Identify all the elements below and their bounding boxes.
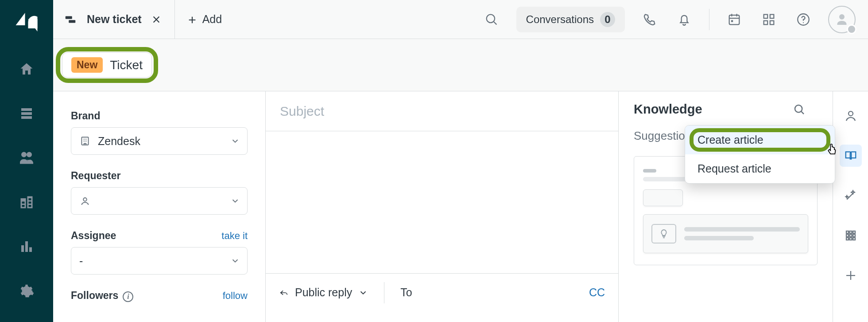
svg-point-4 bbox=[486, 14, 494, 22]
svg-rect-22 bbox=[853, 235, 855, 237]
plus-icon bbox=[187, 15, 197, 24]
reply-toolbar: Public reply To CC bbox=[266, 273, 618, 311]
nav-organizations[interactable] bbox=[17, 192, 36, 212]
ticket-tab-icon bbox=[64, 13, 77, 26]
assignee-label: Assignee bbox=[71, 230, 116, 242]
menu-create-article[interactable]: Create article bbox=[685, 126, 835, 154]
reply-icon bbox=[279, 288, 289, 298]
svg-point-16 bbox=[849, 111, 853, 116]
nav-customers[interactable] bbox=[17, 148, 36, 168]
svg-rect-10 bbox=[770, 20, 774, 24]
svg-marker-0 bbox=[16, 13, 25, 25]
svg-rect-24 bbox=[849, 238, 852, 240]
requester-select[interactable] bbox=[71, 187, 248, 215]
user-icon bbox=[79, 195, 91, 207]
reply-type-label: Public reply bbox=[295, 286, 352, 299]
brand-label: Brand bbox=[71, 110, 100, 122]
add-tab-button[interactable]: Add bbox=[175, 13, 234, 26]
tab-new-ticket[interactable]: New ticket bbox=[53, 0, 175, 39]
bell-icon[interactable] bbox=[674, 10, 694, 29]
svg-rect-6 bbox=[731, 20, 733, 22]
assignee-value: - bbox=[79, 255, 83, 267]
lightbulb-icon bbox=[651, 224, 676, 243]
calendar-icon[interactable] bbox=[725, 10, 744, 29]
ticket-type-label: Ticket bbox=[110, 58, 143, 72]
ticket-status-bar: New Ticket bbox=[53, 39, 868, 91]
nav-rail bbox=[0, 0, 53, 322]
svg-rect-21 bbox=[849, 235, 852, 237]
ticket-status-capsule[interactable]: New Ticket bbox=[62, 52, 152, 78]
svg-rect-9 bbox=[764, 20, 768, 24]
profile-avatar[interactable] bbox=[828, 6, 856, 33]
nav-home[interactable] bbox=[17, 59, 36, 79]
knowledge-create-menu: Create article Request article bbox=[685, 125, 835, 184]
header-actions: Conversations 0 bbox=[482, 0, 868, 39]
conversations-label: Conversations bbox=[526, 13, 594, 26]
apps-icon[interactable] bbox=[759, 10, 779, 29]
subject-input[interactable] bbox=[279, 103, 605, 119]
help-icon[interactable] bbox=[794, 10, 813, 29]
chevron-down-icon bbox=[230, 136, 240, 146]
ticket-composer: Public reply To CC bbox=[266, 91, 618, 322]
followers-label: Followersi bbox=[71, 290, 133, 302]
conversations-button[interactable]: Conversations 0 bbox=[516, 7, 625, 32]
rail-apps[interactable] bbox=[840, 224, 862, 247]
tab-title: New ticket bbox=[87, 13, 142, 26]
svg-rect-8 bbox=[770, 14, 774, 18]
svg-rect-20 bbox=[846, 235, 849, 237]
status-badge: New bbox=[71, 57, 103, 73]
reply-type-select[interactable]: Public reply bbox=[279, 286, 368, 299]
context-rail bbox=[833, 91, 868, 322]
svg-rect-5 bbox=[729, 15, 740, 24]
knowledge-panel: Knowledge Create article Request article… bbox=[618, 91, 833, 322]
svg-rect-19 bbox=[853, 231, 855, 233]
close-icon[interactable] bbox=[151, 15, 161, 24]
svg-rect-25 bbox=[853, 238, 855, 240]
nav-admin[interactable] bbox=[17, 281, 36, 301]
pointer-cursor-icon bbox=[825, 143, 839, 156]
conversations-count: 0 bbox=[600, 12, 615, 27]
svg-rect-18 bbox=[849, 231, 852, 233]
building-icon bbox=[79, 135, 91, 147]
requester-label: Requester bbox=[71, 170, 120, 182]
rail-magic[interactable] bbox=[840, 185, 862, 207]
rail-user[interactable] bbox=[840, 105, 862, 127]
svg-rect-7 bbox=[764, 14, 768, 18]
rail-add[interactable] bbox=[840, 264, 862, 287]
phone-icon[interactable] bbox=[640, 10, 659, 29]
svg-rect-23 bbox=[846, 238, 849, 240]
assignee-select[interactable]: - bbox=[71, 247, 248, 275]
chevron-down-icon bbox=[230, 256, 240, 266]
conversation-area bbox=[266, 131, 618, 273]
presence-indicator bbox=[847, 24, 856, 34]
follow-link[interactable]: follow bbox=[223, 290, 248, 302]
svg-point-12 bbox=[803, 22, 804, 23]
take-it-link[interactable]: take it bbox=[221, 230, 248, 242]
info-icon[interactable]: i bbox=[123, 291, 133, 302]
chevron-down-icon bbox=[230, 196, 240, 206]
search-icon[interactable] bbox=[793, 103, 806, 116]
rail-knowledge[interactable] bbox=[840, 145, 862, 167]
subject-row bbox=[266, 91, 618, 131]
nav-reporting[interactable] bbox=[17, 237, 36, 256]
menu-request-article[interactable]: Request article bbox=[685, 154, 835, 183]
svg-rect-2 bbox=[66, 16, 72, 19]
cc-button[interactable]: CC bbox=[589, 286, 605, 299]
brand-select[interactable]: Zendesk bbox=[71, 127, 248, 155]
knowledge-title: Knowledge bbox=[634, 102, 781, 117]
svg-rect-17 bbox=[846, 231, 849, 233]
ticket-fields-panel: Brand Zendesk Requester Assignee take it… bbox=[53, 91, 266, 322]
zendesk-logo-icon bbox=[14, 10, 39, 35]
svg-point-15 bbox=[795, 105, 802, 112]
chevron-down-icon bbox=[358, 288, 368, 298]
top-header: New ticket Add Conversations 0 bbox=[53, 0, 868, 39]
add-tab-label: Add bbox=[202, 13, 222, 26]
svg-rect-3 bbox=[69, 20, 75, 23]
search-button[interactable] bbox=[482, 10, 501, 29]
to-label: To bbox=[400, 286, 412, 299]
brand-value: Zendesk bbox=[98, 135, 140, 148]
svg-point-14 bbox=[83, 198, 87, 201]
nav-views[interactable] bbox=[17, 104, 36, 123]
